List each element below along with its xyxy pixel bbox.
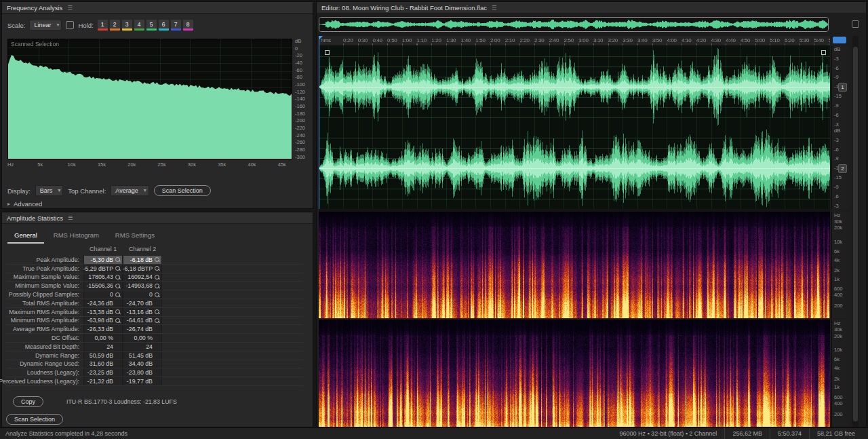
stat-value-ch1[interactable]: -26,33 dB (83, 325, 123, 333)
vertical-scrollbar[interactable] (852, 36, 859, 427)
stat-value-text: 16092,54 (127, 273, 153, 280)
hz-tick-label: Hz (834, 321, 840, 326)
frequency-graph[interactable]: Scanned Selection (7, 39, 292, 159)
hold-button-3[interactable]: 3 (122, 20, 132, 31)
stat-value-ch2[interactable]: -13,16 dB (123, 308, 162, 316)
frequency-graph-canvas (8, 39, 292, 159)
scan-selection-button[interactable]: Scan Selection (6, 414, 63, 425)
stat-value-ch1[interactable]: -15506,36 (83, 282, 123, 290)
stat-value-ch1[interactable]: -21,32 dB (83, 377, 123, 385)
stat-value-ch2[interactable]: -24,70 dB (123, 299, 162, 307)
tab-rms-settings[interactable]: RMS Settings (108, 229, 161, 244)
panel-menu-icon[interactable]: ☰ (67, 4, 73, 11)
stat-value-ch2[interactable]: -6,18 dBTP (123, 265, 162, 273)
display-select[interactable]: Bars (35, 185, 64, 196)
channel-1-badge[interactable]: 1 (838, 83, 847, 92)
stat-value-text: 0,00 % (95, 335, 113, 341)
editor-header[interactable]: Editor: 08. Moon Wiring Club - Rabbit Fo… (317, 2, 866, 14)
stat-value-ch1[interactable]: -63,98 dB (83, 317, 123, 325)
maximize-track-icon[interactable] (821, 50, 826, 55)
timeline-tick-label: 2:50 (564, 37, 574, 43)
stat-value-ch2[interactable]: 34,40 dB (123, 360, 162, 368)
overview-strip[interactable] (319, 17, 829, 32)
stat-value-ch2[interactable]: 16092,54 (123, 273, 162, 282)
stat-value-ch2[interactable]: 0,00 % (123, 334, 162, 342)
locate-icon[interactable] (115, 283, 121, 289)
top-channel-select[interactable]: Average (111, 185, 149, 196)
copy-button[interactable]: Copy (13, 396, 43, 407)
scan-selection-button[interactable]: Scan Selection (154, 185, 211, 196)
tab-rms-histogram[interactable]: RMS Histogram (47, 229, 106, 244)
locate-icon[interactable] (154, 318, 160, 324)
hold-button-5[interactable]: 5 (146, 20, 157, 31)
timeline-tick-label: 2:20 (519, 37, 529, 43)
timeline-ruler[interactable]: hms0:200:300:400:501:001:101:201:301:401… (319, 36, 830, 46)
locate-icon[interactable] (115, 309, 121, 315)
stat-row: Minimum RMS Amplitude:-63,98 dB-64,61 dB (6, 317, 303, 326)
stat-value-ch2[interactable]: 24 (123, 343, 162, 351)
stat-value-ch1[interactable]: 0 (83, 290, 123, 299)
vertical-zoom-indicator[interactable] (833, 37, 846, 43)
y-tick-label: 0 (295, 46, 313, 52)
locate-icon[interactable] (115, 292, 121, 298)
tab-general[interactable]: General (7, 229, 44, 244)
stat-value-ch1[interactable]: -13,38 dB (83, 308, 123, 316)
locate-icon[interactable] (154, 256, 160, 263)
hold-button-4[interactable]: 4 (134, 20, 144, 31)
stat-value-ch2[interactable]: -14993,68 (123, 282, 162, 290)
stat-value-ch2[interactable]: -23,80 dB (123, 368, 162, 377)
stat-value-ch1[interactable]: -23,25 dB (83, 368, 123, 377)
hold-button-1[interactable]: 1 (98, 20, 108, 31)
stat-value-ch2[interactable]: 0 (123, 290, 162, 299)
stat-value-text: 50,59 dB (90, 352, 113, 359)
editor-menu-icon[interactable]: ☰ (492, 4, 497, 11)
stat-value-ch1[interactable]: -5,29 dBTP (83, 265, 123, 273)
stat-value-ch1[interactable]: 31,60 dB (83, 360, 123, 368)
locate-icon[interactable] (115, 318, 121, 324)
stat-value-ch1[interactable]: -5,30 dB (83, 256, 123, 264)
frequency-analysis-header[interactable]: Frequency Analysis ☰ (2, 2, 313, 14)
stat-value-ch2[interactable]: 51,45 dB (123, 351, 162, 360)
locate-icon[interactable] (154, 265, 160, 271)
timeline-tick-label: 5:50 (829, 37, 830, 43)
stat-value-text: -63,98 dB (87, 317, 113, 324)
stat-value-ch1[interactable]: -24,36 dB (83, 299, 123, 307)
stat-value-ch1[interactable]: 24 (83, 343, 123, 351)
stat-value-ch1[interactable]: 50,59 dB (83, 351, 123, 360)
hold-button-6[interactable]: 6 (159, 20, 169, 31)
waveform-channel-2[interactable] (319, 128, 830, 209)
amplitude-statistics-header[interactable]: Amplitude Statistics ☰ (2, 212, 313, 224)
spectrogram-channel-2[interactable] (319, 320, 830, 427)
scrollbar-thumb[interactable] (853, 47, 858, 421)
copy-graph-icon[interactable] (66, 21, 74, 29)
stat-value-ch2[interactable]: -6,18 dB (123, 256, 162, 264)
marker-icon[interactable] (325, 50, 330, 55)
scale-select[interactable]: Linear (29, 20, 62, 31)
panel-menu-icon[interactable]: ☰ (68, 214, 73, 221)
playhead[interactable] (319, 36, 319, 210)
stat-value-ch1[interactable]: 17806,43 (83, 273, 123, 282)
stat-value-ch2[interactable]: -64,61 dB (123, 317, 162, 325)
channel-2-badge[interactable]: 2 (838, 164, 847, 173)
waveform-channel-1[interactable] (319, 46, 830, 128)
stat-label: Dynamic Range: (6, 351, 83, 360)
stat-value-ch1[interactable]: 0,00 % (83, 334, 123, 342)
stat-value-ch2[interactable]: -26,74 dB (123, 325, 162, 333)
locate-icon[interactable] (154, 292, 160, 298)
hold-button-2[interactable]: 2 (110, 20, 120, 31)
stat-value-ch2[interactable]: -19,77 dB (123, 377, 162, 385)
locate-icon[interactable] (154, 274, 160, 280)
spectrogram-channel-1[interactable] (319, 212, 830, 318)
hold-button-7[interactable]: 7 (171, 20, 181, 31)
advanced-toggle[interactable]: ▸ Advanced (7, 200, 42, 208)
hold-button-8[interactable]: 8 (183, 20, 193, 31)
locate-icon[interactable] (115, 256, 121, 263)
timeline-tick-label: 1:00 (402, 37, 412, 43)
zoom-options-icon[interactable] (852, 20, 859, 28)
locate-icon[interactable] (115, 274, 121, 280)
locate-icon[interactable] (115, 265, 121, 271)
amplitude-statistics-title: Amplitude Statistics (7, 214, 63, 222)
locate-icon[interactable] (154, 283, 160, 289)
stat-row: Minimum Sample Value:-15506,36-14993,68 (6, 282, 303, 290)
locate-icon[interactable] (154, 309, 160, 315)
